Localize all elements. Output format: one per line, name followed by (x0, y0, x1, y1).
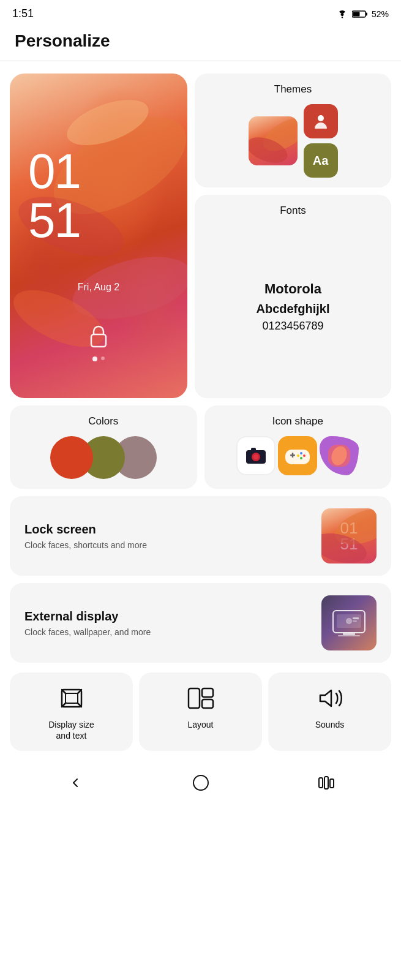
external-display-thumb (321, 595, 377, 650)
status-icons: 52% (336, 9, 389, 19)
icon-shape-title: Icon shape (214, 415, 382, 428)
home-button[interactable] (189, 771, 213, 795)
wallpaper-card[interactable]: 01 51 Fri, Aug 2 (10, 74, 187, 398)
svg-rect-29 (338, 635, 360, 636)
person-icon (312, 113, 329, 130)
main-content: 01 51 Fri, Aug 2 Themes (0, 74, 401, 751)
svg-point-19 (300, 452, 302, 454)
fonts-abc: Abcdefghijkl (204, 301, 381, 317)
svg-rect-44 (319, 778, 323, 788)
sounds-label: Sounds (315, 719, 344, 730)
themes-preview: Aa (204, 104, 381, 178)
game-svg (282, 440, 313, 472)
fonts-preview: Motorola Abcdefghijkl 0123456789 (204, 225, 381, 388)
fonts-num: 0123456789 (204, 319, 381, 333)
theme-thumb-swirl (249, 116, 298, 165)
right-col: Themes (195, 74, 391, 398)
lock-screen-thumb: 01 51 (321, 508, 377, 564)
colors-preview (20, 436, 187, 479)
display-size-icon (57, 685, 86, 712)
theme-icons-col: Aa (304, 104, 338, 178)
lock-screen-title: Lock screen (24, 522, 147, 537)
battery-percent: 52% (372, 9, 389, 19)
status-bar: 1:51 52% (0, 0, 401, 25)
wallpaper-lock (10, 325, 187, 361)
display-size-label: Display sizeand text (48, 719, 94, 741)
external-display-subtitle: Clock faces, wallpaper, and more (24, 627, 151, 637)
second-row: Colors Icon shape (10, 405, 391, 489)
sounds-icon (315, 685, 345, 712)
fonts-title: Fonts (204, 205, 381, 217)
shape-game-icon (278, 436, 317, 475)
layout-icon (186, 685, 215, 712)
fonts-name: Motorola (204, 281, 381, 298)
color-red (50, 436, 93, 479)
external-display-text: External display Clock faces, wallpaper,… (24, 609, 151, 637)
wallpaper-dots (92, 356, 105, 361)
lock-screen-text: Lock screen Clock faces, shortcuts and m… (24, 522, 147, 550)
wallpaper-date: Fri, Aug 2 (10, 282, 187, 293)
svg-rect-18 (292, 453, 294, 458)
battery-icon (352, 10, 368, 18)
theme-text-icon: Aa (304, 143, 338, 178)
svg-point-21 (300, 457, 302, 459)
recents-button[interactable] (314, 771, 339, 795)
svg-rect-28 (343, 633, 355, 635)
shortcuts-row: Display sizeand text Layout Sounds (10, 673, 391, 751)
camera-svg (242, 442, 269, 469)
svg-rect-32 (353, 617, 359, 619)
svg-rect-45 (324, 777, 328, 789)
sounds-card[interactable]: Sounds (268, 673, 391, 751)
layout-label: Layout (187, 719, 213, 730)
dot-inactive (101, 356, 105, 360)
themes-title: Themes (204, 83, 381, 96)
svg-rect-2 (353, 12, 359, 16)
display-size-card[interactable]: Display sizeand text (10, 673, 133, 751)
theme-person-icon (304, 104, 338, 138)
svg-rect-8 (91, 334, 106, 347)
svg-rect-40 (189, 688, 200, 708)
layout-card[interactable]: Layout (139, 673, 262, 751)
lock-screen-subtitle: Clock faces, shortcuts and more (24, 540, 147, 550)
colors-title: Colors (20, 415, 187, 428)
lock-thumb-bg (321, 508, 377, 564)
colors-card[interactable]: Colors (10, 405, 197, 489)
wallpaper-time: 01 51 (28, 147, 80, 245)
shape-camera-icon (236, 436, 275, 475)
svg-rect-42 (202, 699, 213, 708)
svg-rect-39 (66, 693, 78, 703)
flower-svg (323, 440, 355, 472)
themes-card[interactable]: Themes (195, 74, 391, 187)
top-row: 01 51 Fri, Aug 2 Themes (10, 74, 391, 398)
svg-rect-33 (353, 620, 357, 622)
external-display-title: External display (24, 609, 151, 624)
shape-flower-icon (320, 436, 359, 475)
divider (0, 61, 401, 61)
external-display-icon (332, 609, 366, 636)
svg-rect-46 (330, 779, 334, 788)
icon-shape-card[interactable]: Icon shape (204, 405, 392, 489)
fonts-card[interactable]: Fonts Motorola Abcdefghijkl 0123456789 (195, 195, 391, 398)
status-time: 1:51 (12, 7, 34, 20)
theme-wallpaper-thumb (249, 116, 298, 165)
svg-rect-1 (365, 12, 367, 15)
home-icon (192, 774, 209, 791)
svg-point-14 (253, 454, 258, 459)
svg-point-43 (193, 775, 208, 790)
svg-point-31 (346, 618, 352, 624)
recents-icon (318, 775, 335, 790)
page-title: Personalize (0, 25, 401, 61)
svg-rect-15 (251, 448, 256, 451)
svg-rect-41 (202, 688, 213, 697)
svg-rect-16 (285, 450, 310, 464)
svg-point-20 (303, 454, 305, 457)
icon-shape-preview (214, 436, 382, 475)
lock-icon (88, 325, 110, 349)
nav-bar (0, 761, 401, 810)
lock-screen-card[interactable]: Lock screen Clock faces, shortcuts and m… (10, 496, 391, 576)
back-button[interactable] (63, 771, 88, 795)
svg-point-22 (297, 454, 299, 457)
svg-point-11 (318, 115, 324, 121)
back-icon (68, 775, 83, 790)
external-display-card[interactable]: External display Clock faces, wallpaper,… (10, 583, 391, 663)
